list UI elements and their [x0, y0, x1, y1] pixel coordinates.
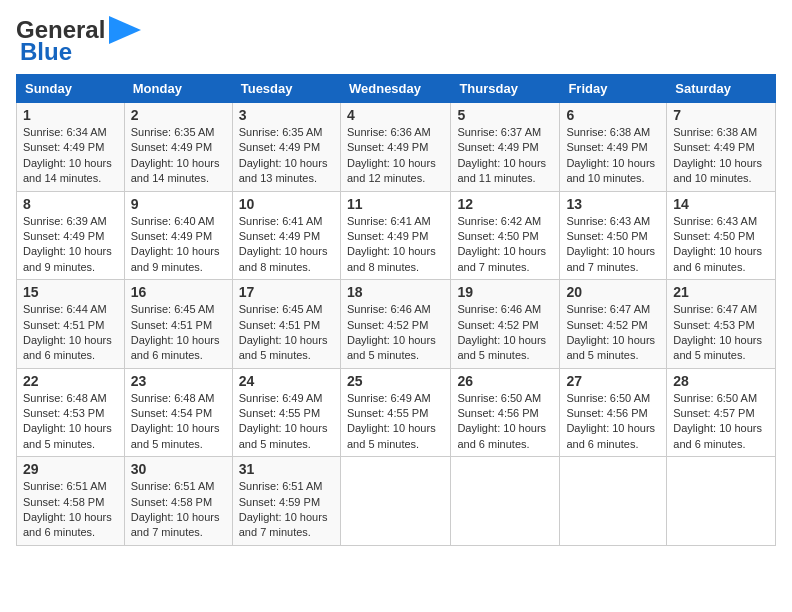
calendar-cell	[451, 457, 560, 546]
calendar-body: 1Sunrise: 6:34 AMSunset: 4:49 PMDaylight…	[17, 103, 776, 546]
day-info: Sunrise: 6:41 AMSunset: 4:49 PMDaylight:…	[347, 214, 444, 276]
calendar-cell: 19Sunrise: 6:46 AMSunset: 4:52 PMDayligh…	[451, 280, 560, 369]
calendar-cell: 20Sunrise: 6:47 AMSunset: 4:52 PMDayligh…	[560, 280, 667, 369]
day-number: 19	[457, 284, 553, 300]
calendar-header-row: SundayMondayTuesdayWednesdayThursdayFrid…	[17, 75, 776, 103]
calendar-cell: 7Sunrise: 6:38 AMSunset: 4:49 PMDaylight…	[667, 103, 776, 192]
day-number: 20	[566, 284, 660, 300]
day-number: 31	[239, 461, 334, 477]
calendar-cell: 13Sunrise: 6:43 AMSunset: 4:50 PMDayligh…	[560, 191, 667, 280]
day-number: 1	[23, 107, 118, 123]
col-header-sunday: Sunday	[17, 75, 125, 103]
day-info: Sunrise: 6:50 AMSunset: 4:56 PMDaylight:…	[457, 391, 553, 453]
day-number: 15	[23, 284, 118, 300]
day-info: Sunrise: 6:38 AMSunset: 4:49 PMDaylight:…	[566, 125, 660, 187]
day-info: Sunrise: 6:40 AMSunset: 4:49 PMDaylight:…	[131, 214, 226, 276]
calendar-cell: 5Sunrise: 6:37 AMSunset: 4:49 PMDaylight…	[451, 103, 560, 192]
col-header-wednesday: Wednesday	[340, 75, 450, 103]
logo: General Blue	[16, 16, 141, 66]
day-number: 2	[131, 107, 226, 123]
week-row-4: 22Sunrise: 6:48 AMSunset: 4:53 PMDayligh…	[17, 368, 776, 457]
calendar-cell: 9Sunrise: 6:40 AMSunset: 4:49 PMDaylight…	[124, 191, 232, 280]
col-header-monday: Monday	[124, 75, 232, 103]
day-info: Sunrise: 6:50 AMSunset: 4:56 PMDaylight:…	[566, 391, 660, 453]
day-info: Sunrise: 6:48 AMSunset: 4:54 PMDaylight:…	[131, 391, 226, 453]
calendar-table: SundayMondayTuesdayWednesdayThursdayFrid…	[16, 74, 776, 546]
calendar-cell: 30Sunrise: 6:51 AMSunset: 4:58 PMDayligh…	[124, 457, 232, 546]
day-info: Sunrise: 6:47 AMSunset: 4:53 PMDaylight:…	[673, 302, 769, 364]
col-header-friday: Friday	[560, 75, 667, 103]
calendar-cell: 28Sunrise: 6:50 AMSunset: 4:57 PMDayligh…	[667, 368, 776, 457]
day-number: 17	[239, 284, 334, 300]
day-info: Sunrise: 6:39 AMSunset: 4:49 PMDaylight:…	[23, 214, 118, 276]
day-number: 9	[131, 196, 226, 212]
day-number: 29	[23, 461, 118, 477]
calendar-cell: 17Sunrise: 6:45 AMSunset: 4:51 PMDayligh…	[232, 280, 340, 369]
day-info: Sunrise: 6:35 AMSunset: 4:49 PMDaylight:…	[239, 125, 334, 187]
day-info: Sunrise: 6:41 AMSunset: 4:49 PMDaylight:…	[239, 214, 334, 276]
calendar-cell: 26Sunrise: 6:50 AMSunset: 4:56 PMDayligh…	[451, 368, 560, 457]
calendar-cell: 31Sunrise: 6:51 AMSunset: 4:59 PMDayligh…	[232, 457, 340, 546]
day-info: Sunrise: 6:45 AMSunset: 4:51 PMDaylight:…	[239, 302, 334, 364]
calendar-cell: 12Sunrise: 6:42 AMSunset: 4:50 PMDayligh…	[451, 191, 560, 280]
day-number: 8	[23, 196, 118, 212]
day-number: 28	[673, 373, 769, 389]
calendar-cell: 29Sunrise: 6:51 AMSunset: 4:58 PMDayligh…	[17, 457, 125, 546]
calendar-cell: 2Sunrise: 6:35 AMSunset: 4:49 PMDaylight…	[124, 103, 232, 192]
calendar-cell: 14Sunrise: 6:43 AMSunset: 4:50 PMDayligh…	[667, 191, 776, 280]
calendar-cell: 23Sunrise: 6:48 AMSunset: 4:54 PMDayligh…	[124, 368, 232, 457]
calendar-cell: 3Sunrise: 6:35 AMSunset: 4:49 PMDaylight…	[232, 103, 340, 192]
week-row-2: 8Sunrise: 6:39 AMSunset: 4:49 PMDaylight…	[17, 191, 776, 280]
calendar-cell: 15Sunrise: 6:44 AMSunset: 4:51 PMDayligh…	[17, 280, 125, 369]
day-number: 24	[239, 373, 334, 389]
day-info: Sunrise: 6:37 AMSunset: 4:49 PMDaylight:…	[457, 125, 553, 187]
week-row-5: 29Sunrise: 6:51 AMSunset: 4:58 PMDayligh…	[17, 457, 776, 546]
day-info: Sunrise: 6:50 AMSunset: 4:57 PMDaylight:…	[673, 391, 769, 453]
day-number: 6	[566, 107, 660, 123]
day-number: 16	[131, 284, 226, 300]
day-info: Sunrise: 6:48 AMSunset: 4:53 PMDaylight:…	[23, 391, 118, 453]
week-row-3: 15Sunrise: 6:44 AMSunset: 4:51 PMDayligh…	[17, 280, 776, 369]
calendar-cell: 10Sunrise: 6:41 AMSunset: 4:49 PMDayligh…	[232, 191, 340, 280]
day-info: Sunrise: 6:47 AMSunset: 4:52 PMDaylight:…	[566, 302, 660, 364]
calendar-cell: 11Sunrise: 6:41 AMSunset: 4:49 PMDayligh…	[340, 191, 450, 280]
calendar-cell: 25Sunrise: 6:49 AMSunset: 4:55 PMDayligh…	[340, 368, 450, 457]
day-info: Sunrise: 6:46 AMSunset: 4:52 PMDaylight:…	[347, 302, 444, 364]
day-info: Sunrise: 6:51 AMSunset: 4:58 PMDaylight:…	[23, 479, 118, 541]
week-row-1: 1Sunrise: 6:34 AMSunset: 4:49 PMDaylight…	[17, 103, 776, 192]
calendar-cell: 24Sunrise: 6:49 AMSunset: 4:55 PMDayligh…	[232, 368, 340, 457]
day-info: Sunrise: 6:51 AMSunset: 4:59 PMDaylight:…	[239, 479, 334, 541]
day-number: 14	[673, 196, 769, 212]
calendar-cell: 4Sunrise: 6:36 AMSunset: 4:49 PMDaylight…	[340, 103, 450, 192]
calendar-cell: 16Sunrise: 6:45 AMSunset: 4:51 PMDayligh…	[124, 280, 232, 369]
calendar-cell: 1Sunrise: 6:34 AMSunset: 4:49 PMDaylight…	[17, 103, 125, 192]
day-info: Sunrise: 6:44 AMSunset: 4:51 PMDaylight:…	[23, 302, 118, 364]
logo-arrow-icon	[109, 16, 141, 44]
day-number: 26	[457, 373, 553, 389]
day-info: Sunrise: 6:43 AMSunset: 4:50 PMDaylight:…	[673, 214, 769, 276]
day-number: 10	[239, 196, 334, 212]
day-info: Sunrise: 6:51 AMSunset: 4:58 PMDaylight:…	[131, 479, 226, 541]
calendar-cell	[340, 457, 450, 546]
day-info: Sunrise: 6:34 AMSunset: 4:49 PMDaylight:…	[23, 125, 118, 187]
day-info: Sunrise: 6:42 AMSunset: 4:50 PMDaylight:…	[457, 214, 553, 276]
col-header-saturday: Saturday	[667, 75, 776, 103]
logo-general: General	[16, 16, 105, 43]
day-number: 18	[347, 284, 444, 300]
calendar-cell: 21Sunrise: 6:47 AMSunset: 4:53 PMDayligh…	[667, 280, 776, 369]
day-number: 11	[347, 196, 444, 212]
day-number: 12	[457, 196, 553, 212]
day-number: 25	[347, 373, 444, 389]
col-header-tuesday: Tuesday	[232, 75, 340, 103]
day-number: 3	[239, 107, 334, 123]
day-number: 21	[673, 284, 769, 300]
calendar-cell: 6Sunrise: 6:38 AMSunset: 4:49 PMDaylight…	[560, 103, 667, 192]
day-info: Sunrise: 6:49 AMSunset: 4:55 PMDaylight:…	[239, 391, 334, 453]
day-number: 23	[131, 373, 226, 389]
calendar-cell: 27Sunrise: 6:50 AMSunset: 4:56 PMDayligh…	[560, 368, 667, 457]
day-info: Sunrise: 6:43 AMSunset: 4:50 PMDaylight:…	[566, 214, 660, 276]
day-number: 7	[673, 107, 769, 123]
day-info: Sunrise: 6:35 AMSunset: 4:49 PMDaylight:…	[131, 125, 226, 187]
page-header: General Blue	[16, 16, 776, 66]
day-info: Sunrise: 6:38 AMSunset: 4:49 PMDaylight:…	[673, 125, 769, 187]
